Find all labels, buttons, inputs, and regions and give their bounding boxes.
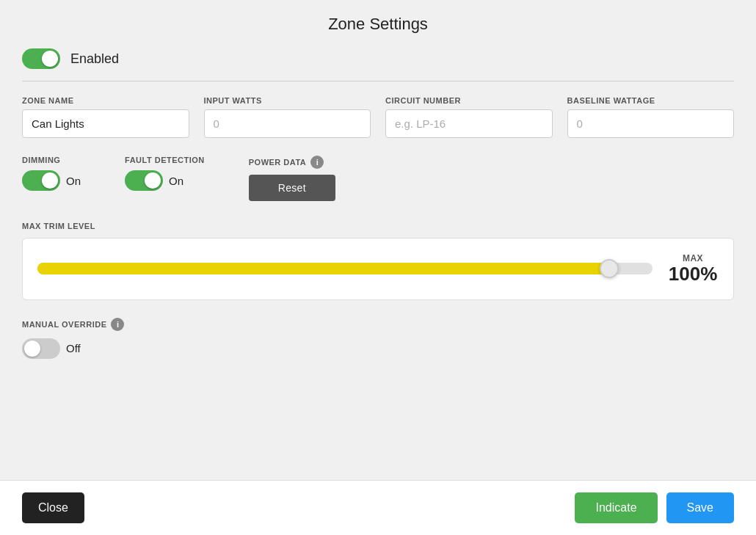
circuit-number-input[interactable]	[385, 109, 553, 138]
fault-detection-toggle-text: On	[169, 175, 183, 187]
trim-section: MAX TRIM LEVEL MAX 100%	[22, 222, 734, 300]
enabled-row: Enabled	[22, 48, 734, 81]
input-watts-group: INPUT WATTS	[204, 96, 371, 138]
trim-box: MAX 100%	[22, 238, 734, 300]
power-data-field: POWER DATA i Reset	[249, 156, 335, 201]
manual-override-toggle-row: Off	[22, 338, 734, 359]
baseline-wattage-label: BASELINE WATTAGE	[567, 96, 735, 105]
dimming-toggle-text: On	[66, 175, 81, 187]
fields-grid: ZONE NAME INPUT WATTS CIRCUIT NUMBER BAS…	[22, 96, 734, 138]
circuit-number-group: CIRCUIT NUMBER	[385, 96, 553, 138]
fault-detection-label: FAULT DETECTION	[125, 156, 205, 164]
input-watts-label: INPUT WATTS	[204, 96, 371, 105]
zone-name-input[interactable]	[22, 109, 189, 138]
fault-detection-field: FAULT DETECTION On	[125, 156, 205, 191]
indicate-button[interactable]: Indicate	[575, 492, 657, 523]
manual-override-toggle[interactable]	[22, 338, 60, 359]
save-button[interactable]: Save	[666, 492, 734, 523]
close-button[interactable]: Close	[22, 492, 84, 523]
power-data-info-icon[interactable]: i	[310, 156, 324, 169]
manual-override-header: MANUAL OVERRIDE i	[22, 318, 734, 331]
trim-max-value: 100%	[667, 263, 719, 285]
dimming-toggle-row: On	[22, 170, 81, 191]
manual-override-toggle-text: Off	[66, 342, 81, 354]
manual-override-info-icon[interactable]: i	[111, 318, 124, 331]
reset-button[interactable]: Reset	[249, 175, 335, 201]
circuit-number-label: CIRCUIT NUMBER	[385, 96, 553, 105]
dimming-toggle[interactable]	[22, 170, 60, 191]
baseline-wattage-input[interactable]	[567, 109, 735, 138]
page-title: Zone Settings	[22, 15, 734, 34]
slider-container	[37, 263, 653, 274]
trim-max-display: MAX 100%	[667, 253, 719, 285]
zone-name-group: ZONE NAME	[22, 96, 189, 138]
enabled-toggle[interactable]	[22, 48, 60, 69]
dimming-label: DIMMING	[22, 156, 81, 164]
input-watts-input[interactable]	[204, 109, 371, 138]
footer: Close Indicate Save	[0, 480, 756, 535]
dimming-field: DIMMING On	[22, 156, 81, 191]
fault-detection-toggle[interactable]	[125, 170, 163, 191]
footer-right: Indicate Save	[575, 492, 734, 523]
enabled-label: Enabled	[70, 51, 119, 67]
power-data-header: POWER DATA i	[249, 156, 335, 169]
power-data-label: POWER DATA	[249, 158, 307, 167]
toggles-row: DIMMING On FAULT DETECTION On	[22, 156, 734, 201]
fault-detection-toggle-row: On	[125, 170, 205, 191]
baseline-wattage-group: BASELINE WATTAGE	[567, 96, 735, 138]
manual-override-section: MANUAL OVERRIDE i Off	[22, 318, 734, 359]
trim-label: MAX TRIM LEVEL	[22, 222, 734, 230]
zone-name-label: ZONE NAME	[22, 96, 189, 105]
manual-override-label: MANUAL OVERRIDE	[22, 320, 106, 329]
trim-max-label: MAX	[667, 253, 719, 263]
